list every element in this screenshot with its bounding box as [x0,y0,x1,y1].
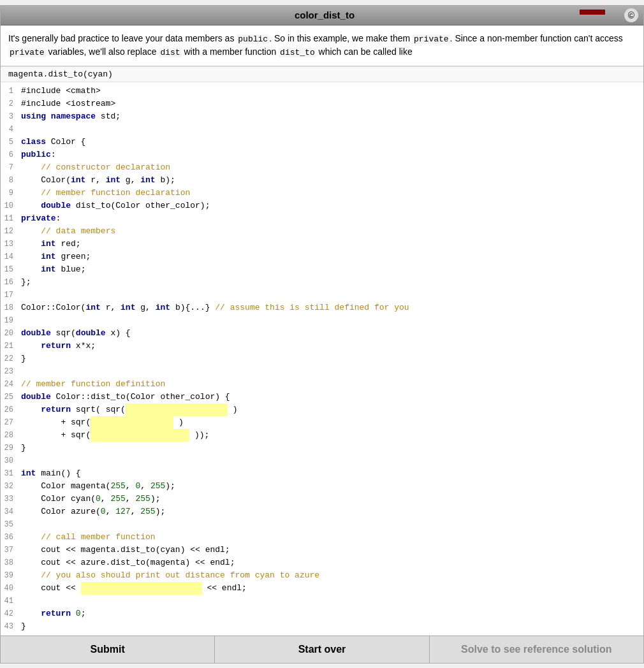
code-line: 24 // member function definition [1,378,643,391]
code-line: 8 Color(int r, int g, int b); [1,174,643,187]
desc-code2: private [413,34,450,44]
code-line: 33 Color cyan(0, 255, 255); [1,493,643,505]
code-line: 30 [1,454,643,467]
code-line: 26 return sqrt( sqr( ) [1,403,643,416]
code-line: 18 Color::Color(int r, int g, int b){...… [1,301,643,314]
code-line: 6 public: [1,149,643,161]
code-line: 11 private: [1,212,643,225]
main-window: color_dist_to © It's generally bad pract… [0,5,644,664]
code-line: 32 Color magenta(255, 0, 255); [1,480,643,493]
code-line: 21 return x*x; [1,340,643,352]
start-over-button[interactable]: Start over [215,636,429,663]
code-line: 42 return 0; [1,607,643,620]
code-line: 34 Color azure(0, 127, 255); [1,505,643,518]
desc-code5: dist_to [279,48,316,57]
code-line: 39 // you also should print out distance… [1,569,643,582]
desc-text1: It's generally bad practice to leave you… [8,33,237,43]
code-line: 17 [1,289,643,301]
code-line: 10 double dist_to(Color other_color); [1,200,643,212]
code-line: 35 [1,518,643,531]
desc-text2: . So in this example, we make them [269,33,413,43]
code-line: 12 // data members [1,225,643,238]
code-line: 19 [1,314,643,327]
code-line: 41 [1,595,643,607]
description-area: It's generally bad practice to leave you… [1,25,643,66]
cc-button[interactable]: © [624,8,638,22]
submit-button[interactable]: Submit [1,636,215,663]
bottom-bar: Submit Start over Solve to see reference… [1,635,643,663]
desc-code1: public [237,34,269,44]
code-line: 28 + sqr( )); [1,429,643,442]
code-line: 9 // member function declaration [1,187,643,200]
code-line: 2 #include <iostream> [1,98,643,110]
code-line: 15 int blue; [1,263,643,276]
code-line: 13 int red; [1,238,643,250]
desc-code4: dist [159,48,181,57]
solve-button[interactable]: Solve to see reference solution [430,636,643,663]
red-indicator [580,10,605,15]
code-line: 27 + sqr( ) [1,416,643,429]
desc-text4: variables, we'll also replace [46,47,159,57]
code-line: 14 int green; [1,250,643,263]
code-line: 29 } [1,442,643,454]
desc-text3: . Since a non-member function can't acce… [450,33,623,43]
code-line: 1 #include <cmath> [1,85,643,98]
desc-text6: which can be called like [316,47,413,57]
code-line: 20 double sqr(double x) { [1,327,643,340]
code-line: 25 double Color::dist_to(Color other_col… [1,391,643,403]
code-line: 36 // call member function [1,531,643,544]
code-line: 4 [1,123,643,136]
code-line: 43 } [1,620,643,633]
code-line: 22 } [1,352,643,365]
desc-text5: with a member function [182,47,279,57]
code-line: 5 class Color { [1,136,643,149]
title-bar: color_dist_to © [1,6,643,25]
desc-code3: private [8,48,46,57]
window-title: color_dist_to [25,10,624,20]
code-line: 16 }; [1,276,643,289]
code-sample: magenta.dist_to(cyan) [1,66,643,82]
code-line: 38 cout << azure.dist_to(magenta) << end… [1,556,643,569]
code-line: 37 cout << magenta.dist_to(cyan) << endl… [1,544,643,556]
code-editor: 1 #include <cmath> 2 #include <iostream>… [1,82,643,635]
code-line: 40 cout << << endl; [1,582,643,595]
code-line: 23 [1,365,643,378]
code-line: 7 // constructor declaration [1,161,643,174]
code-line: 3 using namespace std; [1,110,643,123]
code-line: 31 int main() { [1,467,643,480]
